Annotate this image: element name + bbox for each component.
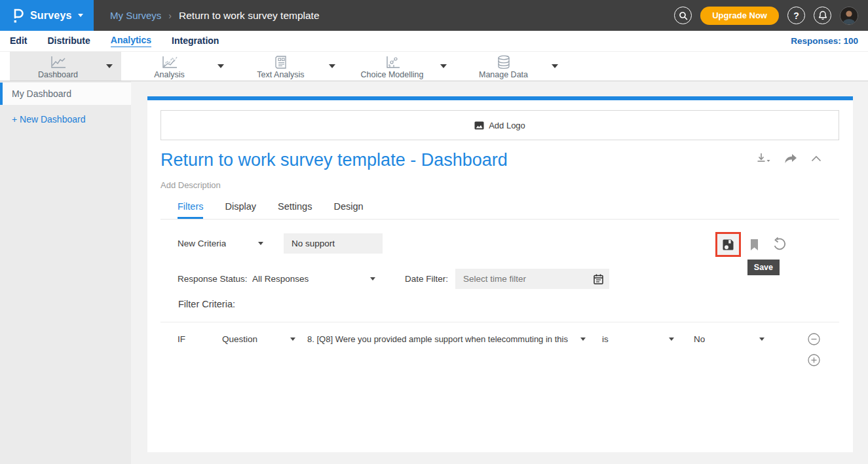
product-switcher[interactable]: Surveys xyxy=(0,0,94,31)
tab-design[interactable]: Design xyxy=(333,201,363,219)
analytics-toolbar: Dashboard Analysis xyxy=(0,51,868,81)
chevron-down-icon xyxy=(580,338,586,341)
add-criteria-button[interactable] xyxy=(808,354,820,369)
date-filter-field[interactable] xyxy=(455,269,609,289)
condition-value: No xyxy=(694,334,705,344)
plus-circle-icon xyxy=(808,354,820,366)
response-status-dropdown[interactable]: All Responses xyxy=(252,274,375,284)
save-filter-button[interactable] xyxy=(715,232,741,257)
survey-nav-bar: Edit Distribute Analytics Integration Re… xyxy=(0,31,868,51)
toolbar-item-text-analysis[interactable]: Text Analysis xyxy=(233,52,344,81)
breadcrumb-my-surveys[interactable]: My Surveys xyxy=(110,10,161,21)
chevron-down-icon xyxy=(290,338,295,341)
criteria-name-row: New Criteria xyxy=(178,233,383,254)
multi-line-chart-icon xyxy=(161,56,178,69)
download-button[interactable] xyxy=(756,153,770,164)
condition-type-value: Question xyxy=(222,334,257,344)
dashboard-tabs: Filters Display Settings Design xyxy=(178,201,364,219)
share-button[interactable] xyxy=(784,153,797,164)
tab-display[interactable]: Display xyxy=(225,201,256,219)
tab-settings[interactable]: Settings xyxy=(278,201,312,219)
tab-filters[interactable]: Filters xyxy=(178,201,203,219)
date-filter-label: Date Filter: xyxy=(405,274,455,284)
toolbar-item-label: Text Analysis xyxy=(257,70,304,79)
database-icon xyxy=(496,55,512,69)
breadcrumb-current-survey: Return to work survey template xyxy=(179,10,320,22)
manage-data-dropdown-caret[interactable] xyxy=(552,64,558,68)
add-logo-dropzone[interactable]: Add Logo xyxy=(160,110,839,140)
collapse-button[interactable] xyxy=(811,155,821,162)
toolbar-item-analysis[interactable]: Analysis xyxy=(121,52,233,81)
help-button[interactable]: ? xyxy=(787,7,805,24)
filter-actions xyxy=(715,232,820,258)
filter-criteria-divider xyxy=(160,322,839,322)
condition-type-dropdown[interactable]: Question xyxy=(222,334,295,344)
image-icon xyxy=(474,121,484,130)
criteria-name-input[interactable] xyxy=(284,233,383,254)
chevron-down-icon xyxy=(78,14,83,17)
nav-item-analytics[interactable]: Analytics xyxy=(111,35,151,47)
condition-prefix: IF xyxy=(178,334,222,344)
minus-circle-icon xyxy=(808,333,820,345)
app-window: Surveys My Surveys › Return to work surv… xyxy=(0,0,868,464)
chevron-up-icon xyxy=(811,155,821,162)
new-dashboard-button[interactable]: + New Dashboard xyxy=(0,114,131,125)
reset-filter-button[interactable] xyxy=(773,237,786,254)
scatter-chart-icon xyxy=(384,56,401,69)
main-content: Add Logo Return to work survey template … xyxy=(131,81,868,464)
notifications-button[interactable] xyxy=(814,7,831,24)
condition-operator-dropdown[interactable]: is xyxy=(602,334,674,344)
chevron-down-icon xyxy=(370,277,375,280)
add-logo-label: Add Logo xyxy=(489,121,525,130)
criteria-type-dropdown[interactable]: New Criteria xyxy=(178,239,263,248)
user-avatar[interactable] xyxy=(840,7,858,25)
product-name: Surveys xyxy=(30,10,72,22)
upgrade-now-button[interactable]: Upgrade Now xyxy=(700,7,779,25)
text-analysis-dropdown-caret[interactable] xyxy=(329,64,335,68)
criteria-condition-row: IF Question 8. [Q8] Were you provided am… xyxy=(178,329,764,349)
nav-item-integration[interactable]: Integration xyxy=(172,35,219,47)
remove-criteria-button[interactable] xyxy=(808,333,820,348)
toolbar-item-dashboard[interactable]: Dashboard xyxy=(10,52,121,81)
breadcrumb-separator: › xyxy=(168,10,172,21)
nav-item-distribute[interactable]: Distribute xyxy=(47,35,90,47)
search-button[interactable] xyxy=(674,7,692,24)
dashboard-dropdown-caret[interactable] xyxy=(106,64,113,68)
analysis-dropdown-caret[interactable] xyxy=(217,64,224,68)
condition-operator-value: is xyxy=(602,334,609,344)
line-chart-icon xyxy=(50,56,67,69)
responses-count[interactable]: Responses: 100 xyxy=(791,36,868,46)
search-icon xyxy=(679,11,688,20)
filter-criteria-label: Filter Criteria: xyxy=(178,299,235,309)
condition-question-value: 8. [Q8] Were you provided ample support … xyxy=(307,334,569,344)
toolbar-item-label: Dashboard xyxy=(38,70,78,79)
nav-item-edit[interactable]: Edit xyxy=(10,35,27,47)
condition-value-dropdown[interactable]: No xyxy=(694,334,764,344)
dashboard-card: Add Logo Return to work survey template … xyxy=(147,100,853,452)
toolbar-item-choice-modelling[interactable]: Choice Modelling xyxy=(344,52,455,81)
calendar-icon xyxy=(594,274,603,284)
response-status-value: All Responses xyxy=(252,274,309,284)
condition-question-dropdown[interactable]: 8. [Q8] Were you provided ample support … xyxy=(307,334,586,344)
top-header-bar: Surveys My Surveys › Return to work surv… xyxy=(0,0,868,31)
share-icon xyxy=(784,153,797,164)
sidebar-item-my-dashboard[interactable]: My Dashboard xyxy=(0,83,131,105)
toolbar-item-label: Choice Modelling xyxy=(361,70,424,79)
toolbar-item-manage-data[interactable]: Manage Data xyxy=(455,52,567,81)
toolbar-item-label: Analysis xyxy=(154,70,185,79)
date-filter-input[interactable] xyxy=(455,269,594,289)
response-status-row: Response Status: All Responses Date Filt… xyxy=(178,269,609,289)
news-grid-icon xyxy=(273,55,289,69)
add-description-placeholder[interactable]: Add Description xyxy=(160,180,221,190)
save-tooltip: Save xyxy=(747,260,780,275)
chevron-down-icon xyxy=(669,338,674,341)
save-icon xyxy=(722,239,734,251)
questionpro-logo-icon xyxy=(11,7,24,24)
response-status-label: Response Status: xyxy=(178,274,252,284)
choice-modelling-dropdown-caret[interactable] xyxy=(440,64,447,68)
bookmark-filter-button[interactable] xyxy=(749,239,759,254)
download-icon xyxy=(756,153,770,164)
calendar-button[interactable] xyxy=(594,274,603,284)
dashboard-title: Return to work survey template - Dashboa… xyxy=(160,150,508,170)
reset-icon xyxy=(773,237,786,251)
